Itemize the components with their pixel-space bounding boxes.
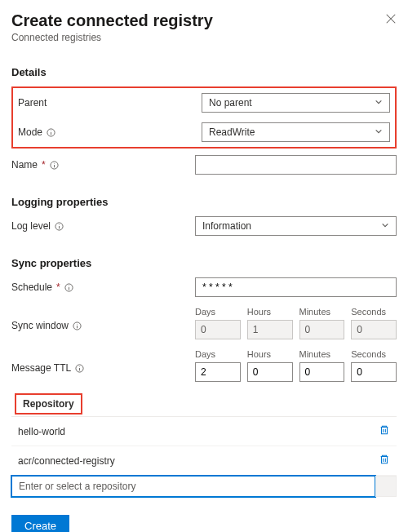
info-icon[interactable]	[50, 161, 59, 170]
messagettl-seconds-input[interactable]	[351, 362, 397, 382]
name-label: Name	[11, 159, 38, 171]
parent-select[interactable]: No parent	[202, 93, 390, 113]
logging-heading: Logging properties	[11, 196, 397, 208]
delete-repository-button[interactable]	[375, 452, 393, 469]
schedule-label: Schedule	[11, 282, 52, 293]
chevron-down-icon	[375, 97, 383, 109]
repository-row: acr/connected-registry	[11, 446, 397, 476]
repository-name: hello-world	[18, 426, 65, 437]
messagettl-days-input[interactable]	[195, 362, 241, 382]
details-heading: Details	[11, 66, 397, 78]
repository-input[interactable]	[11, 476, 375, 497]
highlighted-fields: Parent No parent Mode ReadWr	[11, 86, 397, 149]
syncwindow-seconds-input	[351, 320, 397, 339]
trash-icon	[379, 454, 390, 468]
syncwindow-label: Sync window	[11, 320, 69, 331]
parent-row: Parent No parent	[18, 93, 390, 113]
repository-section: Repository hello-world acr/connected-reg…	[11, 393, 397, 497]
syncwindow-minutes-input	[299, 320, 345, 339]
logging-section: Logging properties Log level Information	[11, 196, 397, 236]
repository-input-row	[11, 476, 397, 497]
loglevel-row: Log level Information	[11, 216, 397, 236]
messagettl-hours-input[interactable]	[247, 362, 293, 382]
loglevel-label: Log level	[11, 220, 51, 232]
info-icon[interactable]	[64, 283, 73, 292]
syncwindow-inputs	[195, 320, 397, 339]
minutes-header: Minutes	[299, 307, 345, 317]
mode-select[interactable]: ReadWrite	[202, 122, 390, 142]
messagettl-headers: Days Hours Minutes Seconds	[195, 349, 397, 359]
chevron-down-icon	[381, 220, 389, 232]
messagettl-label: Message TTL	[11, 362, 71, 374]
syncwindow-headers: Days Hours Minutes Seconds	[195, 307, 397, 317]
minutes-header: Minutes	[299, 349, 345, 359]
sync-section: Sync properties Schedule * Sync window D…	[11, 257, 397, 382]
messagettl-row: Message TTL Days Hours Minutes Seconds	[11, 349, 397, 382]
panel-header: Create connected registry Connected regi…	[11, 11, 397, 43]
schedule-row: Schedule *	[11, 277, 397, 297]
create-button[interactable]: Create	[11, 515, 69, 532]
syncwindow-row: Sync window Days Hours Minutes Seconds	[11, 307, 397, 339]
info-icon[interactable]	[75, 364, 84, 373]
loglevel-value: Information	[202, 220, 251, 232]
hours-header: Hours	[247, 349, 293, 359]
sync-heading: Sync properties	[11, 257, 397, 269]
syncwindow-hours-input	[247, 320, 293, 339]
repository-add-slot	[375, 476, 397, 497]
seconds-header: Seconds	[351, 349, 397, 359]
mode-value: ReadWrite	[209, 126, 255, 138]
panel-title: Create connected registry	[11, 11, 397, 30]
mode-row: Mode ReadWrite	[18, 122, 390, 142]
panel-subtitle: Connected registries	[11, 32, 397, 43]
chevron-down-icon	[375, 126, 383, 138]
repository-name: acr/connected-registry	[18, 455, 115, 467]
repository-tab[interactable]: Repository	[15, 393, 82, 415]
info-icon[interactable]	[47, 128, 55, 137]
syncwindow-days-input	[195, 320, 241, 339]
days-header: Days	[195, 349, 241, 359]
name-row: Name *	[11, 155, 397, 175]
close-icon	[385, 16, 397, 27]
info-icon[interactable]	[73, 321, 82, 330]
mode-label: Mode	[18, 126, 42, 138]
messagettl-minutes-input[interactable]	[299, 362, 345, 382]
name-input[interactable]	[195, 155, 397, 175]
delete-repository-button[interactable]	[375, 423, 393, 440]
parent-value: No parent	[209, 97, 252, 109]
loglevel-select[interactable]: Information	[195, 216, 397, 236]
trash-icon	[379, 424, 390, 438]
required-marker: *	[56, 282, 60, 293]
close-button[interactable]	[385, 13, 397, 27]
details-section: Details Parent No parent Mode	[11, 66, 397, 175]
seconds-header: Seconds	[351, 307, 397, 317]
schedule-input[interactable]	[195, 277, 397, 297]
info-icon[interactable]	[55, 222, 64, 231]
messagettl-inputs	[195, 362, 397, 382]
parent-label: Parent	[18, 97, 47, 109]
days-header: Days	[195, 307, 241, 317]
required-marker: *	[42, 159, 46, 171]
hours-header: Hours	[247, 307, 293, 317]
repository-row: hello-world	[11, 417, 397, 446]
footer: Create	[11, 515, 397, 532]
